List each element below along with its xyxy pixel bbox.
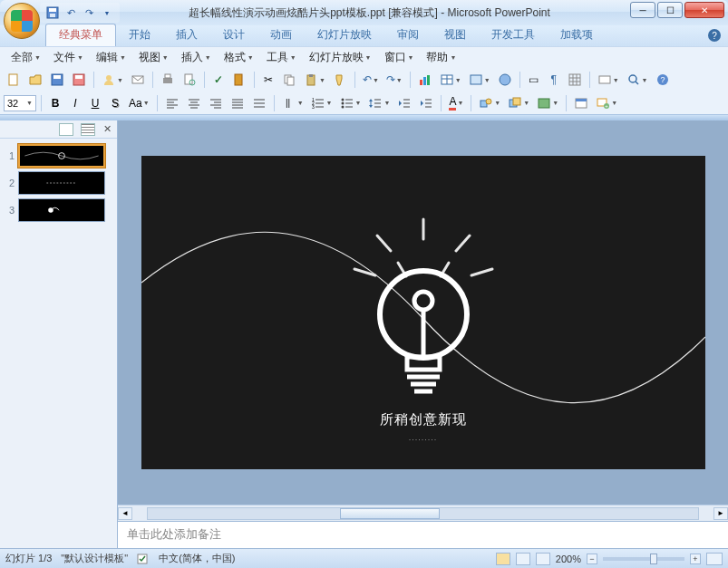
tab-developer[interactable]: 开发工具 [479,24,548,46]
ppt-help-button[interactable]: ? [653,71,673,89]
slide-thumbnail-1[interactable] [18,144,105,168]
decrease-indent-button[interactable] [394,94,414,112]
align-right-button[interactable] [206,94,226,112]
close-panel-icon[interactable]: ✕ [101,123,113,136]
slide-canvas[interactable]: 所稍创意新现 ········· [141,156,705,469]
bold-button[interactable]: B [46,94,64,112]
italic-button[interactable]: I [66,94,84,112]
scroll-left-button[interactable]: ◄ [118,507,132,520]
undo-icon[interactable]: ↶ [63,5,78,20]
slideshow-view-button[interactable] [536,553,550,565]
color-grayscale-button[interactable]: ▼ [595,71,622,89]
menu-window[interactable]: 窗口▼ [379,48,420,67]
menu-tools[interactable]: 工具▼ [261,48,302,67]
save-icon[interactable] [45,5,60,20]
copy-button[interactable] [279,71,299,89]
fontsize-input[interactable]: 32▼ [4,95,36,111]
zoom-slider-thumb[interactable] [650,554,657,564]
menu-slideshow[interactable]: 幻灯片放映▼ [304,48,377,67]
thumb-row[interactable]: 2 [2,169,115,197]
tab-slideshow[interactable]: 幻灯片放映 [305,24,384,46]
horizontal-scrollbar[interactable]: ◄ ► [118,505,728,521]
text-direction-button[interactable]: ||▼ [279,94,306,112]
zoom-button[interactable]: ▼ [624,71,651,89]
tab-animation[interactable]: 动画 [257,24,305,46]
menu-insert[interactable]: 插入▼ [176,48,217,67]
shapes-button[interactable]: ▼ [476,94,503,112]
print-preview-button[interactable] [180,71,199,89]
outline-tab-icon[interactable] [81,123,95,136]
insert-chart-button[interactable] [415,71,435,89]
menu-format[interactable]: 格式▼ [218,48,259,67]
office-button[interactable] [4,3,40,39]
new-button[interactable] [4,71,24,89]
slide-thumbnail-2[interactable] [18,171,105,195]
menu-all[interactable]: 全部▼ [5,48,46,67]
research-button[interactable] [229,71,249,89]
fit-to-window-button[interactable] [706,553,723,565]
open-button[interactable] [25,71,45,89]
zoom-in-button[interactable]: + [690,554,701,564]
notes-pane[interactable]: 单击此处添加备注 [118,521,728,548]
status-template[interactable]: "默认设计模板" [61,552,128,565]
gridlines-button[interactable] [565,71,585,89]
status-slide-counter[interactable]: 幻灯片 1/3 [5,552,52,565]
align-center-button[interactable] [184,94,204,112]
arrange-button[interactable]: ▼ [505,94,532,112]
print-button[interactable] [158,71,178,89]
bullets-button[interactable]: ▼ [337,94,364,112]
align-left-button[interactable] [162,94,182,112]
menu-edit[interactable]: 编辑▼ [91,48,131,67]
undo-button[interactable]: ↶▼ [360,71,382,89]
tab-home[interactable]: 开始 [116,24,163,46]
format-painter-button[interactable] [330,71,350,89]
sorter-view-button[interactable] [516,553,530,565]
insert-table-button[interactable]: ▼ [437,71,464,89]
minimize-button[interactable]: ─ [630,2,655,18]
maximize-button[interactable]: ☐ [657,2,683,18]
tab-insert[interactable]: 插入 [163,24,210,46]
tab-addins[interactable]: 加载项 [548,24,606,46]
slide-thumbnail-3[interactable] [18,198,105,222]
email-button[interactable] [128,71,148,89]
distributed-button[interactable] [249,94,269,112]
shadow-button[interactable]: S [106,94,124,112]
font-color-button[interactable]: A▼ [446,94,466,112]
show-formatting-button[interactable]: ¶ [545,71,563,89]
redo-button[interactable]: ↷▼ [383,71,405,89]
menu-file[interactable]: 文件▼ [48,48,89,67]
status-spellcheck[interactable] [137,553,150,565]
zoom-percent[interactable]: 200% [556,554,581,564]
expand-button[interactable]: ▭ [525,71,543,89]
menu-help[interactable]: 帮助▼ [421,48,461,67]
saveas-button[interactable] [69,71,89,89]
scroll-right-button[interactable]: ► [713,507,728,520]
normal-view-button[interactable] [496,553,510,565]
quick-styles-button[interactable]: ▼ [534,94,561,112]
paste-button[interactable]: ▼ [301,71,328,89]
line-spacing-button[interactable]: ▼ [365,94,393,112]
tab-classic-menu[interactable]: 经典菜单 [45,24,116,46]
thumb-row[interactable]: 3 [2,197,115,224]
tables-button[interactable]: ▼ [466,71,493,89]
tab-review[interactable]: 审阅 [384,24,432,46]
redo-icon[interactable]: ↷ [82,5,96,20]
save-button[interactable] [47,71,67,89]
scroll-thumb[interactable] [340,508,440,519]
slides-tab-icon[interactable] [59,123,73,136]
spelling-button[interactable]: ✓ [209,71,228,89]
help-icon[interactable]: ? [708,29,721,42]
close-button[interactable]: ✕ [684,2,724,18]
tab-design[interactable]: 设计 [210,24,257,46]
new-slide-button[interactable]: +▼ [593,94,620,112]
canvas-area[interactable]: 所稍创意新现 ········· [118,120,728,505]
increase-indent-button[interactable] [416,94,436,112]
tab-view[interactable]: 视图 [432,24,479,46]
zoom-out-button[interactable]: − [587,554,597,564]
design-button[interactable] [571,94,591,112]
change-case-button[interactable]: Aa▼ [126,94,152,112]
scroll-track[interactable] [147,507,699,520]
justify-button[interactable] [228,94,248,112]
underline-button[interactable]: U [86,94,104,112]
permission-button[interactable]: ▼ [99,71,126,89]
